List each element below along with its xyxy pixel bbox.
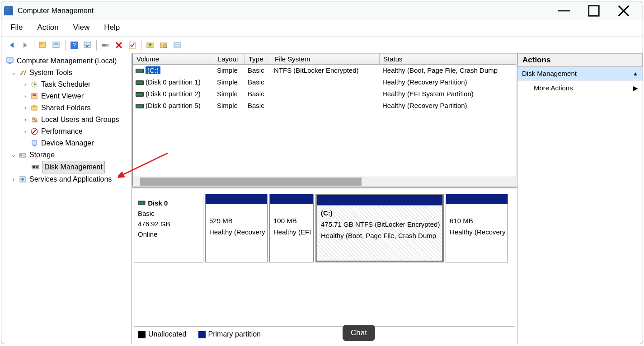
chat-button[interactable]: Chat — [343, 325, 375, 341]
tree-item-shared-folders[interactable]: ›Shared Folders — [2, 102, 131, 114]
submenu-arrow-icon: ▶ — [633, 84, 638, 92]
close-button[interactable] — [616, 4, 632, 18]
partition-block[interactable]: 529 MBHealthy (Recovery Partition) — [205, 194, 268, 262]
minimize-button[interactable] — [556, 4, 572, 18]
refresh-icon[interactable] — [82, 39, 94, 51]
disk-graphical-view[interactable]: Disk 0 Basic 476.92 GB Online 529 MBHeal… — [132, 187, 517, 344]
tree-item-performance[interactable]: ›Performance — [2, 126, 131, 137]
actions-header: Actions — [517, 53, 643, 67]
svg-rect-41 — [33, 166, 35, 168]
collapse-icon[interactable]: ⌄ — [10, 149, 17, 161]
find-icon[interactable] — [158, 39, 169, 51]
column-layout[interactable]: Layout — [214, 54, 245, 64]
legend: Unallocated Primary partition — [134, 326, 515, 340]
tree-item-local-users-and-groups[interactable]: ›Local Users and Groups — [2, 114, 131, 126]
expand-icon[interactable]: › — [22, 79, 28, 90]
svg-point-32 — [34, 118, 37, 121]
volume-icon — [136, 104, 144, 108]
navigation-tree[interactable]: Computer Management (Local) ⌄ System Too… — [1, 53, 132, 344]
properties-icon[interactable] — [51, 39, 62, 51]
collapse-icon[interactable]: ⌄ — [10, 67, 17, 79]
expand-icon[interactable]: › — [22, 114, 28, 126]
volume-row[interactable]: (Disk 0 partition 2)SimpleBasicHealthy (… — [133, 88, 516, 100]
window-controls — [556, 4, 640, 18]
actions-panel: Actions Disk Management ▲ More Actions ▶ — [517, 53, 643, 344]
partition-block[interactable]: 610 MBHealthy (Recovery Partition) — [446, 194, 508, 262]
actions-more-actions[interactable]: More Actions ▶ — [517, 80, 643, 95]
check-icon[interactable] — [127, 39, 138, 51]
tree-item-device-manager[interactable]: Device Manager — [2, 137, 131, 149]
tree-disk-management[interactable]: Disk Management — [2, 161, 131, 173]
svg-rect-1 — [589, 5, 599, 16]
services-icon — [19, 175, 28, 183]
volume-table-header: Volume Layout Type File System Status — [133, 54, 516, 65]
show-hide-tree-icon[interactable] — [37, 39, 49, 51]
menu-file[interactable]: File — [8, 22, 25, 33]
column-type[interactable]: Type — [245, 54, 271, 64]
menu-view[interactable]: View — [71, 22, 93, 33]
svg-line-19 — [166, 47, 167, 48]
expand-icon[interactable]: › — [22, 102, 28, 114]
tree-storage[interactable]: ⌄ Storage — [2, 149, 131, 161]
disk-label-block[interactable]: Disk 0 Basic 476.92 GB Online — [134, 194, 203, 262]
app-icon — [4, 6, 13, 15]
tools-icon — [19, 69, 28, 77]
window-title: Computer Management — [18, 7, 94, 15]
expand-icon[interactable]: › — [22, 90, 28, 102]
svg-rect-33 — [32, 121, 38, 122]
legend-swatch-unallocated — [138, 331, 146, 338]
volume-icon — [136, 80, 144, 85]
volume-row[interactable]: (Disk 0 partition 1)SimpleBasicHealthy (… — [133, 76, 516, 88]
svg-rect-30 — [32, 106, 37, 110]
tree-system-tools[interactable]: ⌄ System Tools — [2, 67, 131, 79]
back-button[interactable] — [6, 39, 18, 51]
svg-rect-4 — [39, 42, 46, 47]
volume-row[interactable]: (C:)SimpleBasicNTFS (BitLocker Encrypted… — [133, 65, 516, 76]
tree-item-icon — [30, 116, 39, 124]
svg-point-39 — [20, 154, 22, 156]
menu-bar: File Action View Help — [1, 20, 643, 37]
column-volume[interactable]: Volume — [133, 54, 214, 64]
horizontal-scrollbar[interactable] — [133, 177, 516, 186]
help-icon[interactable]: ? — [68, 39, 80, 51]
toolbar: ? — [1, 37, 643, 53]
maximize-button[interactable] — [586, 4, 602, 18]
svg-rect-46 — [139, 202, 143, 204]
partition-block[interactable]: (C:)475.71 GB NTFS (BitLocker Encrypted)… — [315, 194, 444, 262]
main-panel: Volume Layout Type File System Status (C… — [132, 53, 517, 344]
menu-action[interactable]: Action — [34, 22, 61, 33]
tree-item-icon — [30, 80, 39, 89]
svg-point-44 — [21, 178, 24, 181]
delete-icon[interactable] — [113, 39, 125, 51]
svg-rect-24 — [9, 63, 11, 64]
column-status[interactable]: Status — [380, 54, 516, 64]
actions-item-disk-management[interactable]: Disk Management ▲ — [517, 67, 643, 80]
expand-icon[interactable]: › — [10, 173, 17, 185]
svg-rect-20 — [174, 42, 180, 48]
menu-help[interactable]: Help — [101, 22, 122, 33]
folder-up-icon[interactable] — [144, 39, 156, 51]
list-view-icon[interactable] — [171, 39, 183, 51]
tree-item-icon — [30, 104, 39, 112]
tree-item-event-viewer[interactable]: ›Event Viewer — [2, 90, 131, 102]
tree-item-task-scheduler[interactable]: ›Task Scheduler — [2, 79, 131, 90]
scrollbar-thumb[interactable] — [140, 178, 362, 186]
settings-icon[interactable] — [99, 39, 111, 51]
volume-row[interactable]: (Disk 0 partition 5)SimpleBasicHealthy (… — [133, 100, 516, 112]
tree-services[interactable]: › Services and Applications — [2, 173, 131, 185]
volume-icon — [136, 92, 144, 97]
svg-rect-28 — [32, 94, 37, 99]
expand-icon[interactable]: › — [22, 126, 28, 137]
tree-item-icon — [30, 127, 39, 136]
partition-block[interactable]: 100 MBHealthy (EFI System Partition) — [269, 194, 314, 262]
column-filesystem[interactable]: File System — [271, 54, 380, 64]
svg-rect-37 — [33, 145, 36, 146]
svg-rect-42 — [36, 166, 38, 168]
tree-item-icon — [30, 139, 39, 147]
titlebar: Computer Management — [1, 1, 643, 20]
volume-table-body[interactable]: (C:)SimpleBasicNTFS (BitLocker Encrypted… — [133, 65, 516, 177]
forward-button[interactable] — [19, 39, 31, 51]
tree-root[interactable]: Computer Management (Local) — [2, 55, 131, 67]
svg-rect-29 — [33, 94, 36, 96]
svg-rect-36 — [32, 140, 37, 145]
